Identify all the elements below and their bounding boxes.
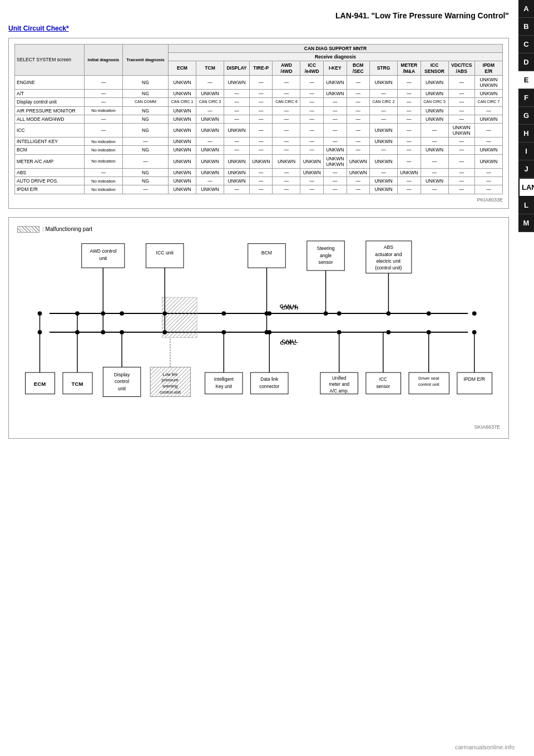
tab-f[interactable]: F xyxy=(518,89,534,107)
tab-j[interactable]: J xyxy=(518,160,534,178)
tab-b[interactable]: B xyxy=(518,18,534,36)
initial-val: — xyxy=(84,90,122,98)
bcm-val: — xyxy=(347,177,370,185)
iccs-val: — xyxy=(421,154,448,168)
tab-m[interactable]: M xyxy=(518,214,534,232)
abs-label1: ABS xyxy=(384,244,394,250)
bcm-val: — xyxy=(347,98,370,106)
tab-i[interactable]: I xyxy=(518,143,534,160)
driver-canh-dot xyxy=(427,311,431,316)
initial-val: No indication xyxy=(84,146,122,154)
datalink-canl-dot xyxy=(267,330,271,334)
icc-val: — xyxy=(300,177,324,185)
tab-d[interactable]: D xyxy=(518,53,534,71)
system-name: INTELLIGENT KEY xyxy=(15,138,85,146)
icc-val: — xyxy=(300,123,324,137)
abs-canl-dot xyxy=(387,330,391,334)
tcm-val: UNKWN xyxy=(196,185,224,194)
system-name: A/T xyxy=(15,90,85,98)
data-link-label2: connector xyxy=(259,384,279,389)
system-name: METER A/C AMP xyxy=(15,154,85,168)
awd-val: CAN CIRC 6 xyxy=(273,98,300,106)
iccs-val: UNKWN xyxy=(421,75,448,89)
vdc-val: — xyxy=(448,185,474,194)
tcm-label: TCM xyxy=(72,381,83,387)
tab-lan[interactable]: LAN xyxy=(518,178,534,197)
ikey-label2: Key unit xyxy=(216,384,233,389)
tab-l[interactable]: L xyxy=(518,197,534,214)
icc-unit-box xyxy=(146,243,184,267)
display-val: UNKWN xyxy=(224,177,250,185)
initial-val: — xyxy=(84,98,122,106)
ikey-val: — xyxy=(323,98,347,106)
tirep-val: — xyxy=(249,138,273,146)
ipdm-canh-dot xyxy=(472,311,477,316)
col-strg: STRG xyxy=(370,61,398,75)
bcm-val: — xyxy=(347,106,370,115)
ecm-val: UNKWN xyxy=(169,146,196,154)
ecm-val: UNKWN xyxy=(169,169,196,177)
disp-canh-dot xyxy=(120,311,124,316)
tab-a[interactable]: A xyxy=(518,0,534,18)
ikey-val: — xyxy=(323,106,347,115)
tab-g[interactable]: G xyxy=(518,107,534,125)
icc-val: — xyxy=(300,75,324,89)
steering-angle-label1: Steering xyxy=(317,246,334,251)
ecm-val: UNKWN xyxy=(169,106,196,115)
iccs-val: UNKWN xyxy=(421,90,448,98)
table-row: ENGINE — NG UNKWN — UNKWN — — — UNKWN — … xyxy=(15,75,503,89)
strg-val: UNKWN xyxy=(370,123,398,137)
display-label2: control xyxy=(115,379,129,384)
strg-val: UNKWN xyxy=(370,75,398,89)
ecm-canh-dot xyxy=(38,311,42,316)
steering-angle-label2: angle xyxy=(320,252,332,258)
tirep-val: — xyxy=(249,98,273,106)
malfunctioning-label: : Malfunctioning part xyxy=(17,226,500,233)
awd-val: — xyxy=(273,115,300,123)
vdc-val: — xyxy=(448,75,474,89)
icc-val: — xyxy=(300,106,324,115)
ipdm-val: — xyxy=(474,123,502,137)
meter-val: — xyxy=(398,75,421,89)
iccs-val: UNKWN xyxy=(421,146,448,154)
col-icc: ICC/e4WD xyxy=(300,61,324,75)
tab-h[interactable]: H xyxy=(518,125,534,143)
low-tire-label3: warning xyxy=(162,384,177,389)
transmit-val: — xyxy=(122,185,168,194)
icc-val: — xyxy=(300,146,324,154)
ipdm-val: UNKWNUNKWN xyxy=(474,75,502,89)
initial-val: — xyxy=(84,115,122,123)
display-val: — xyxy=(224,146,250,154)
tirep-val: — xyxy=(249,75,273,89)
vdc-val: — xyxy=(448,154,474,168)
bcm-val: UNKWN xyxy=(347,154,370,168)
strg-val: CAN CIRC 2 xyxy=(370,98,398,106)
tcm-val: UNKWN xyxy=(196,146,224,154)
awd-val: — xyxy=(273,185,300,194)
tirep-val: — xyxy=(249,90,273,98)
skia-reference: SKIA6637E xyxy=(17,424,500,430)
iccs-val: — xyxy=(421,138,448,146)
meter-val: UNKWN xyxy=(398,169,421,177)
ecm-val: UNKWN xyxy=(169,177,196,185)
hatch-area xyxy=(162,297,197,337)
bcm-val: — xyxy=(347,138,370,146)
driver-canl-dot xyxy=(427,330,431,334)
system-name: ENGINE xyxy=(15,75,85,89)
table-row: ICC — NG UNKWN UNKWN UNKWN — — — — — UNK… xyxy=(15,123,503,137)
ipdm-val: UNKWN xyxy=(474,154,502,168)
iccs-val: UNKWN xyxy=(421,177,448,185)
ipdm-val: UNKWN xyxy=(474,115,502,123)
tab-c[interactable]: C xyxy=(518,36,534,53)
transmit-val: CAN COMM xyxy=(122,98,168,106)
tab-e[interactable]: E xyxy=(518,71,534,89)
strg-val: UNKWN xyxy=(370,177,398,185)
iccs-val: UNKWN xyxy=(421,115,448,123)
bcm-val: — xyxy=(347,123,370,137)
ikey-val: — xyxy=(323,138,347,146)
display-val: UNKWN xyxy=(224,123,250,137)
data-link-label1: Data link xyxy=(260,376,279,381)
tirep-val: — xyxy=(249,123,273,137)
strg-val: — xyxy=(370,90,398,98)
ecm-label: ECM xyxy=(34,381,46,387)
